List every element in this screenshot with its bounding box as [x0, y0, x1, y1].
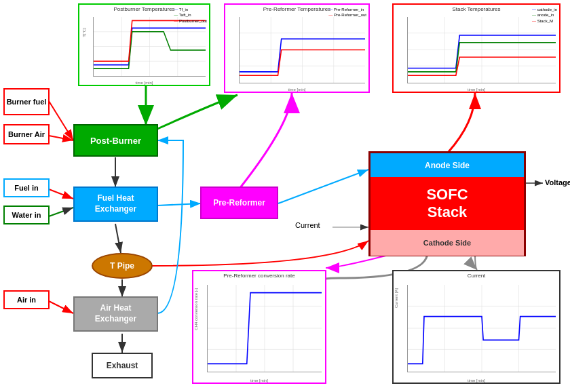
sofc-cathode: Cathode Side [370, 230, 524, 256]
diagram-container: Burner fuel Burner Air Fuel in Water in … [0, 0, 570, 392]
air-in-input: Air in [3, 290, 50, 309]
svg-line-11 [49, 208, 73, 216]
current-chart: Current time [min] Current [A] [392, 270, 560, 384]
fuel-in-input: Fuel in [3, 178, 50, 197]
water-in-input: Water in [3, 205, 50, 224]
exhaust-block: Exhaust [92, 353, 153, 378]
svg-line-16 [49, 301, 73, 313]
pre-reformer-block: Pre-Reformer [200, 187, 278, 219]
current-label: Current [295, 221, 320, 229]
stack-temperatures-chart: Stack Temperatures — [392, 3, 560, 93]
postburner-chart: Postburner Temperatures [78, 3, 210, 86]
svg-line-13 [278, 170, 368, 203]
svg-line-12 [157, 203, 201, 205]
pre-reformer-chart: Pre-Reformer Temperatures — Pre-Reformer… [224, 3, 370, 93]
svg-line-10 [49, 189, 73, 199]
conversion-rate-chart: Pre-Reformer conversion rate time [min] … [192, 270, 326, 384]
t-pipe-block: T Pipe [92, 253, 153, 279]
post-burner-block: Post-Burner [73, 124, 158, 157]
svg-line-8 [49, 136, 73, 140]
svg-line-7 [49, 101, 73, 140]
sofc-main: SOFCStack [370, 177, 524, 230]
svg-line-14 [115, 224, 121, 253]
sofc-anode: Anode Side [370, 153, 524, 177]
air-heat-exchanger-block: Air HeatExchanger [73, 296, 158, 332]
voltage-label: Voltage [545, 178, 570, 187]
burner-fuel-input: Burner fuel [3, 88, 50, 115]
sofc-outer: Anode Side SOFCStack Cathode Side [368, 151, 526, 256]
burner-air-input: Burner Air [3, 124, 50, 144]
fuel-heat-exchanger-block: Fuel HeatExchanger [73, 187, 158, 222]
